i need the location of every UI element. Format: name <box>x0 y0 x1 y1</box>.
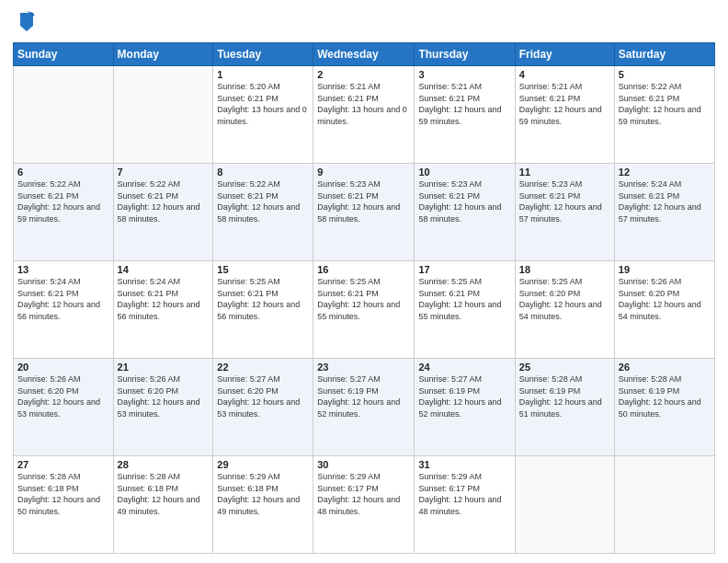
calendar-cell: 9Sunrise: 5:23 AMSunset: 6:21 PMDaylight… <box>313 164 415 261</box>
calendar-cell: 26Sunrise: 5:28 AMSunset: 6:19 PMDayligh… <box>614 359 714 456</box>
day-info: Sunrise: 5:22 AMSunset: 6:21 PMDaylight:… <box>217 178 309 224</box>
day-number: 30 <box>317 459 410 470</box>
calendar-cell <box>614 456 714 554</box>
calendar-cell: 2Sunrise: 5:21 AMSunset: 6:21 PMDaylight… <box>313 66 415 164</box>
day-number: 8 <box>217 167 309 178</box>
day-info: Sunrise: 5:21 AMSunset: 6:21 PMDaylight:… <box>519 81 610 127</box>
day-number: 1 <box>217 69 309 80</box>
day-number: 11 <box>519 167 610 178</box>
day-info: Sunrise: 5:23 AMSunset: 6:21 PMDaylight:… <box>317 178 410 224</box>
day-info: Sunrise: 5:28 AMSunset: 6:18 PMDaylight:… <box>17 471 109 517</box>
calendar-cell: 19Sunrise: 5:26 AMSunset: 6:20 PMDayligh… <box>614 261 714 359</box>
day-info: Sunrise: 5:21 AMSunset: 6:21 PMDaylight:… <box>418 81 510 127</box>
day-info: Sunrise: 5:24 AMSunset: 6:21 PMDaylight:… <box>17 276 109 322</box>
calendar-cell: 6Sunrise: 5:22 AMSunset: 6:21 PMDaylight… <box>14 164 114 261</box>
day-number: 21 <box>118 362 210 373</box>
day-info: Sunrise: 5:28 AMSunset: 6:18 PMDaylight:… <box>118 471 210 517</box>
weekday-header-monday: Monday <box>113 43 213 66</box>
day-info: Sunrise: 5:25 AMSunset: 6:21 PMDaylight:… <box>418 276 510 322</box>
day-number: 9 <box>317 167 410 178</box>
day-info: Sunrise: 5:22 AMSunset: 6:21 PMDaylight:… <box>619 81 711 127</box>
weekday-header-row: SundayMondayTuesdayWednesdayThursdayFrid… <box>14 43 715 66</box>
day-number: 6 <box>17 167 109 178</box>
day-number: 22 <box>217 362 309 373</box>
calendar-cell: 16Sunrise: 5:25 AMSunset: 6:21 PMDayligh… <box>313 261 415 359</box>
weekday-header-saturday: Saturday <box>614 43 714 66</box>
calendar-cell: 10Sunrise: 5:23 AMSunset: 6:21 PMDayligh… <box>415 164 515 261</box>
day-number: 18 <box>519 264 610 275</box>
day-info: Sunrise: 5:25 AMSunset: 6:21 PMDaylight:… <box>317 276 410 322</box>
weekday-header-friday: Friday <box>515 43 614 66</box>
page: SundayMondayTuesdayWednesdayThursdayFrid… <box>0 0 728 563</box>
day-info: Sunrise: 5:28 AMSunset: 6:19 PMDaylight:… <box>519 373 610 419</box>
logo-icon <box>17 9 37 35</box>
calendar-cell <box>515 456 614 554</box>
calendar-cell: 8Sunrise: 5:22 AMSunset: 6:21 PMDaylight… <box>213 164 313 261</box>
day-number: 26 <box>619 362 711 373</box>
day-info: Sunrise: 5:29 AMSunset: 6:17 PMDaylight:… <box>317 471 410 517</box>
day-info: Sunrise: 5:26 AMSunset: 6:20 PMDaylight:… <box>118 373 210 419</box>
day-info: Sunrise: 5:23 AMSunset: 6:21 PMDaylight:… <box>519 178 610 224</box>
weekday-header-wednesday: Wednesday <box>313 43 415 66</box>
day-number: 4 <box>519 69 610 80</box>
day-number: 7 <box>118 167 210 178</box>
calendar-cell: 21Sunrise: 5:26 AMSunset: 6:20 PMDayligh… <box>113 359 213 456</box>
calendar-cell: 18Sunrise: 5:25 AMSunset: 6:20 PMDayligh… <box>515 261 614 359</box>
calendar-table: SundayMondayTuesdayWednesdayThursdayFrid… <box>13 42 715 554</box>
calendar-week-4: 20Sunrise: 5:26 AMSunset: 6:20 PMDayligh… <box>14 359 715 456</box>
calendar-cell: 20Sunrise: 5:26 AMSunset: 6:20 PMDayligh… <box>14 359 114 456</box>
calendar-cell: 22Sunrise: 5:27 AMSunset: 6:20 PMDayligh… <box>213 359 313 456</box>
day-number: 10 <box>418 167 510 178</box>
day-info: Sunrise: 5:20 AMSunset: 6:21 PMDaylight:… <box>217 81 309 127</box>
day-info: Sunrise: 5:28 AMSunset: 6:19 PMDaylight:… <box>619 373 711 419</box>
day-info: Sunrise: 5:22 AMSunset: 6:21 PMDaylight:… <box>17 178 109 224</box>
day-info: Sunrise: 5:22 AMSunset: 6:21 PMDaylight:… <box>118 178 210 224</box>
day-info: Sunrise: 5:25 AMSunset: 6:21 PMDaylight:… <box>217 276 309 322</box>
calendar-cell: 1Sunrise: 5:20 AMSunset: 6:21 PMDaylight… <box>213 66 313 164</box>
calendar-cell: 13Sunrise: 5:24 AMSunset: 6:21 PMDayligh… <box>14 261 114 359</box>
day-number: 20 <box>17 362 109 373</box>
day-info: Sunrise: 5:26 AMSunset: 6:20 PMDaylight:… <box>17 373 109 419</box>
calendar-cell: 28Sunrise: 5:28 AMSunset: 6:18 PMDayligh… <box>113 456 213 554</box>
logo <box>13 9 37 35</box>
calendar-cell: 4Sunrise: 5:21 AMSunset: 6:21 PMDaylight… <box>515 66 614 164</box>
day-info: Sunrise: 5:21 AMSunset: 6:21 PMDaylight:… <box>317 81 410 127</box>
calendar-cell: 3Sunrise: 5:21 AMSunset: 6:21 PMDaylight… <box>415 66 515 164</box>
day-info: Sunrise: 5:25 AMSunset: 6:20 PMDaylight:… <box>519 276 610 322</box>
day-number: 19 <box>619 264 711 275</box>
calendar-cell: 27Sunrise: 5:28 AMSunset: 6:18 PMDayligh… <box>14 456 114 554</box>
day-info: Sunrise: 5:26 AMSunset: 6:20 PMDaylight:… <box>619 276 711 322</box>
calendar-cell: 31Sunrise: 5:29 AMSunset: 6:17 PMDayligh… <box>415 456 515 554</box>
calendar-cell: 24Sunrise: 5:27 AMSunset: 6:19 PMDayligh… <box>415 359 515 456</box>
day-info: Sunrise: 5:27 AMSunset: 6:20 PMDaylight:… <box>217 373 309 419</box>
calendar-cell <box>113 66 213 164</box>
calendar-cell: 14Sunrise: 5:24 AMSunset: 6:21 PMDayligh… <box>113 261 213 359</box>
weekday-header-sunday: Sunday <box>14 43 114 66</box>
calendar-cell: 30Sunrise: 5:29 AMSunset: 6:17 PMDayligh… <box>313 456 415 554</box>
day-info: Sunrise: 5:23 AMSunset: 6:21 PMDaylight:… <box>418 178 510 224</box>
calendar-week-2: 6Sunrise: 5:22 AMSunset: 6:21 PMDaylight… <box>14 164 715 261</box>
day-number: 13 <box>17 264 109 275</box>
calendar-cell: 23Sunrise: 5:27 AMSunset: 6:19 PMDayligh… <box>313 359 415 456</box>
day-info: Sunrise: 5:29 AMSunset: 6:18 PMDaylight:… <box>217 471 309 517</box>
calendar-cell: 29Sunrise: 5:29 AMSunset: 6:18 PMDayligh… <box>213 456 313 554</box>
weekday-header-tuesday: Tuesday <box>213 43 313 66</box>
day-number: 16 <box>317 264 410 275</box>
header <box>13 9 715 35</box>
day-number: 27 <box>17 459 109 470</box>
day-number: 23 <box>317 362 410 373</box>
day-info: Sunrise: 5:24 AMSunset: 6:21 PMDaylight:… <box>619 178 711 224</box>
day-number: 28 <box>118 459 210 470</box>
day-number: 14 <box>118 264 210 275</box>
day-number: 3 <box>418 69 510 80</box>
calendar-week-1: 1Sunrise: 5:20 AMSunset: 6:21 PMDaylight… <box>14 66 715 164</box>
calendar-cell: 5Sunrise: 5:22 AMSunset: 6:21 PMDaylight… <box>614 66 714 164</box>
day-info: Sunrise: 5:24 AMSunset: 6:21 PMDaylight:… <box>118 276 210 322</box>
weekday-header-thursday: Thursday <box>415 43 515 66</box>
day-number: 17 <box>418 264 510 275</box>
day-number: 24 <box>418 362 510 373</box>
day-number: 25 <box>519 362 610 373</box>
day-info: Sunrise: 5:27 AMSunset: 6:19 PMDaylight:… <box>418 373 510 419</box>
calendar-cell: 12Sunrise: 5:24 AMSunset: 6:21 PMDayligh… <box>614 164 714 261</box>
calendar-cell: 25Sunrise: 5:28 AMSunset: 6:19 PMDayligh… <box>515 359 614 456</box>
